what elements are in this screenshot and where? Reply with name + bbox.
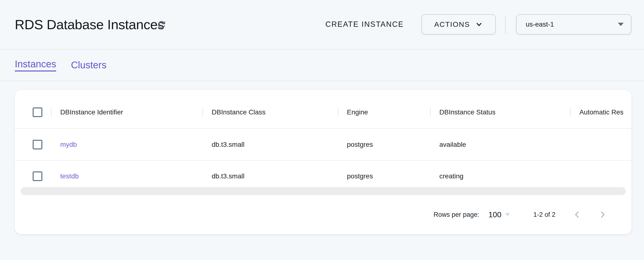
chevron-down-icon: [475, 20, 483, 28]
header-divider: [505, 15, 506, 34]
horizontal-scrollbar[interactable]: [20, 187, 626, 195]
dropdown-arrow-icon: [618, 23, 624, 26]
page-title: RDS Database Instances: [15, 17, 164, 32]
column-separator: [51, 108, 52, 117]
tabbar: Instances Clusters: [0, 49, 644, 81]
chevron-right-icon: [598, 210, 607, 219]
instance-link[interactable]: mydb: [60, 141, 77, 148]
pagination: Rows per page: 100 1-2 of 2: [15, 195, 632, 234]
refresh-button[interactable]: [156, 19, 168, 30]
pagination-range: 1-2 of 2: [533, 211, 556, 219]
tab-clusters[interactable]: Clusters: [71, 60, 106, 71]
column-header-engine[interactable]: Engine: [338, 108, 430, 116]
column-separator: [338, 108, 338, 117]
cell-identifier: mydb: [51, 141, 202, 148]
cell-engine: postgres: [338, 172, 430, 180]
rows-per-page-value: 100: [488, 210, 501, 219]
cell-engine: postgres: [338, 141, 430, 148]
cell-class: db.t3.small: [202, 172, 338, 180]
select-all-checkbox[interactable]: [33, 108, 42, 117]
instances-table-card: DBInstance Identifier DBInstance Class E…: [15, 90, 632, 234]
refresh-icon: [156, 19, 167, 30]
topbar: RDS Database Instances CREATE INSTANCE A…: [0, 0, 644, 49]
cell-class: db.t3.small: [202, 141, 338, 148]
rows-per-page-label: Rows per page:: [434, 211, 479, 219]
column-separator: [202, 108, 203, 117]
column-separator: [570, 108, 571, 117]
column-header-dbinstance-status[interactable]: DBInstance Status: [430, 108, 570, 116]
region-select-value: us-east-1: [526, 20, 554, 28]
instance-link[interactable]: testdb: [60, 172, 79, 180]
table-row[interactable]: mydb db.t3.small postgres available: [15, 129, 632, 161]
region-select[interactable]: us-east-1: [516, 14, 632, 34]
select-all-cell: [15, 108, 51, 117]
chevron-left-icon: [572, 210, 582, 219]
previous-page-button[interactable]: [572, 209, 583, 220]
next-page-button[interactable]: [596, 209, 608, 220]
row-select-cell: [15, 171, 51, 181]
table-header-row: DBInstance Identifier DBInstance Class E…: [15, 90, 632, 129]
row-checkbox[interactable]: [33, 171, 42, 181]
row-select-cell: [15, 140, 51, 149]
column-header-dbinstance-class[interactable]: DBInstance Class: [202, 108, 338, 116]
table-row[interactable]: testdb db.t3.small postgres creating: [15, 161, 632, 188]
cell-status: creating: [430, 172, 570, 180]
column-separator: [430, 108, 430, 117]
create-instance-button[interactable]: CREATE INSTANCE: [326, 14, 404, 34]
row-checkbox[interactable]: [33, 140, 42, 149]
rds-console-page: RDS Database Instances CREATE INSTANCE A…: [0, 0, 644, 260]
rows-per-page-select[interactable]: 100: [488, 210, 510, 219]
select-arrow-icon: [505, 213, 510, 216]
actions-button-label: ACTIONS: [434, 20, 470, 28]
column-header-dbinstance-identifier[interactable]: DBInstance Identifier: [51, 108, 202, 116]
column-header-automatic-restart[interactable]: Automatic Res: [570, 108, 632, 116]
tab-instances[interactable]: Instances: [15, 59, 56, 71]
cell-identifier: testdb: [51, 172, 202, 180]
cell-status: available: [430, 141, 570, 148]
actions-button[interactable]: ACTIONS: [422, 14, 496, 34]
